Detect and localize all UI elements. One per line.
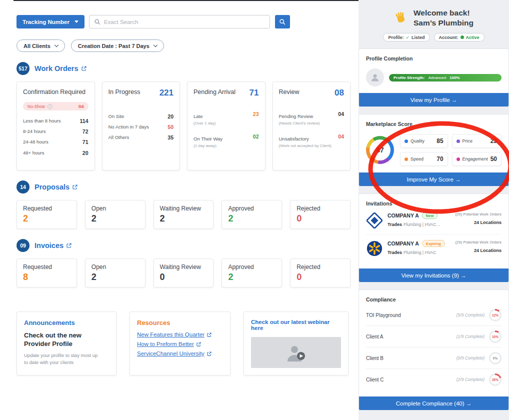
profile-strength-bar: Profile Strength: Advanced 100% — [389, 74, 502, 82]
card-title: Pending Arrival — [194, 88, 236, 96]
profile-strength-percent: 100% — [450, 76, 460, 80]
avatar — [366, 68, 384, 86]
profile-completion-title: Profile Completion — [366, 56, 502, 62]
external-link-icon — [66, 243, 72, 248]
invoices-waiting-review-card[interactable]: Waiting Review0 — [154, 258, 214, 288]
resource-link-how-to-preform[interactable]: How to Preform Better — [137, 341, 201, 347]
pending-arrival-total: 71 — [250, 88, 259, 98]
view-invitations-button[interactable]: View my Invitations (9) → — [359, 268, 508, 282]
invitation-item[interactable]: COMPANY A Expiring TradesPlumbing | HVAC… — [366, 234, 502, 262]
filter-all-clients-label: All Clients — [24, 43, 50, 49]
info-icon: i — [48, 104, 52, 109]
toolbar: Tracking Number — [16, 15, 350, 28]
invoices-open-card[interactable]: Open2 — [85, 258, 146, 288]
work-orders-header: 517 Work Orders — [16, 62, 350, 75]
proposals-waiting-review-card[interactable]: Waiting Review2 — [154, 200, 214, 229]
resource-link-new-features[interactable]: New Features this Quarter — [137, 332, 212, 338]
marketplace-score-card: Marketplace Score 87 Quality85 Price23 S… — [358, 114, 509, 186]
complete-compliance-button[interactable]: Complete Compliance (40) → — [359, 396, 508, 410]
invoices-rejected-card[interactable]: Rejected0 — [290, 258, 350, 288]
speed-dot-icon — [404, 158, 408, 161]
invoices-header: 09 Invoices — [16, 239, 350, 252]
in-progress-card[interactable]: In Progress 221 On Site20 No Action in 7… — [102, 82, 180, 170]
search-button[interactable] — [275, 15, 290, 28]
metric-engagement: Engagement50 — [452, 152, 502, 166]
proposals-requested-card[interactable]: Requested2 — [16, 200, 77, 229]
improve-my-score-button[interactable]: Improve My Score → — [359, 172, 508, 186]
announcement-heading: Check out the new Provider Profile — [24, 332, 109, 348]
card-title: Review — [279, 88, 300, 96]
search-icon — [279, 18, 286, 25]
no-show-label: No-Show — [28, 104, 45, 109]
new-badge: New — [422, 212, 438, 219]
filter-bar: All Clients Creation Date : Past 7 Days — [16, 40, 350, 52]
pending-arrival-card[interactable]: Pending Arrival 71 Late(Over 1 day) 23 O… — [187, 82, 266, 170]
webinar-thumbnail[interactable] — [251, 337, 341, 368]
welcome-greeting: Welcome back! — [414, 8, 474, 18]
stat-row: Unsatisfactory(Work not accepted by Clie… — [279, 130, 344, 152]
person-icon — [370, 72, 380, 82]
invoices-approved-card[interactable]: Approved2 — [222, 258, 282, 288]
invitations-title: Invitations — [366, 200, 502, 206]
engagement-dot-icon — [456, 158, 460, 161]
webinar-title: Check out our latest webinar here — [251, 319, 341, 331]
card-title: In Progress — [108, 88, 140, 96]
waving-hand-icon — [392, 10, 409, 26]
review-card[interactable]: Review 08 Pending Review(Needs Client's … — [272, 82, 351, 170]
search-input[interactable] — [104, 19, 265, 25]
work-orders-link[interactable]: Work Orders — [34, 64, 78, 72]
stat-row: Less than 8 hours114 — [23, 116, 88, 126]
proposals-rejected-card[interactable]: Rejected0 — [290, 200, 350, 229]
score-metrics: Quality85 Price23 Speed70 Engagement50 — [400, 134, 502, 166]
bottom-row: Announcements Check out the new Provider… — [16, 312, 350, 376]
card-title: Confirmation Required — [23, 88, 88, 96]
resources-card: Resources New Features this Quarter How … — [130, 312, 230, 376]
stat-row: 24-48 hours71 — [23, 137, 88, 148]
locations-count: 24 Locations — [446, 248, 502, 253]
invoices-requested-card[interactable]: Requested8 — [16, 258, 77, 288]
proposals-link[interactable]: Proposals — [34, 183, 70, 191]
stat-row: Pending Review(Needs Client's review) 04 — [279, 107, 344, 130]
invitations-card: Invitations COMPANY A New TradesPlumbing… — [358, 194, 509, 282]
potential-work-orders: (29) Potential Work Orders — [446, 240, 502, 244]
metric-price: Price23 — [452, 134, 502, 148]
welcome-company: Sam’s Plumbing — [414, 18, 474, 28]
metric-quality: Quality85 — [400, 134, 448, 148]
stat-row: 8-24 hours72 — [23, 126, 88, 137]
invitation-item[interactable]: COMPANY A New TradesPlumbing | HVAC | Ge… — [366, 206, 502, 234]
proposals-approved-card[interactable]: Approved2 — [222, 200, 282, 229]
chevron-down-icon — [54, 42, 58, 46]
compliance-row: Client A (1/9 Complete) 10% — [366, 326, 502, 348]
resources-title: Resources — [137, 319, 223, 326]
sidebar: Welcome back! Sam’s Plumbing Profile: ✓ … — [358, 0, 509, 420]
filter-creation-date[interactable]: Creation Date : Past 7 Days — [71, 40, 164, 52]
invoices-link[interactable]: Invoices — [34, 242, 64, 250]
stat-row: On Their Way(1 day away) 02 — [194, 130, 259, 152]
price-dot-icon — [456, 140, 460, 143]
external-link-icon — [72, 184, 78, 190]
search-box — [89, 15, 270, 28]
announcements-title: Announcements — [24, 319, 109, 326]
expiring-badge: Expiring — [422, 240, 445, 247]
tracking-number-dropdown[interactable]: Tracking Number — [16, 15, 84, 28]
filter-all-clients[interactable]: All Clients — [16, 40, 65, 52]
resource-link-sc-university[interactable]: ServiceChannel University — [137, 350, 212, 356]
confirmation-required-card[interactable]: Confirmation Required No-Show i 04 Less … — [16, 82, 95, 170]
invoices-grid: Requested8 Open2 Waiting Review0 Approve… — [16, 258, 350, 288]
check-icon: ✓ — [406, 35, 410, 40]
caret-down-icon — [74, 20, 78, 23]
external-link-icon — [82, 66, 86, 71]
company-a-diamond-logo — [366, 212, 383, 229]
company-a-spark-logo — [366, 240, 383, 257]
view-profile-button[interactable]: View my Profile → — [359, 93, 508, 106]
work-orders-count-badge: 517 — [16, 62, 30, 75]
proposals-open-card[interactable]: Open2 — [85, 200, 146, 229]
compliance-row: Client B (0/9 Complete) 0% — [366, 348, 502, 369]
external-link-icon — [207, 332, 212, 337]
marketplace-score-gauge: 87 — [366, 136, 394, 164]
compliance-progress-ring: 0% — [489, 352, 502, 364]
marketplace-score-title: Marketplace Score — [366, 121, 502, 127]
profile-completion-card: Profile Completion Profile Strength: Adv… — [358, 48, 509, 107]
announcement-body: Update your profile to stay most up to d… — [24, 352, 100, 366]
filter-creation-date-label: Creation Date : Past 7 Days — [78, 43, 150, 49]
